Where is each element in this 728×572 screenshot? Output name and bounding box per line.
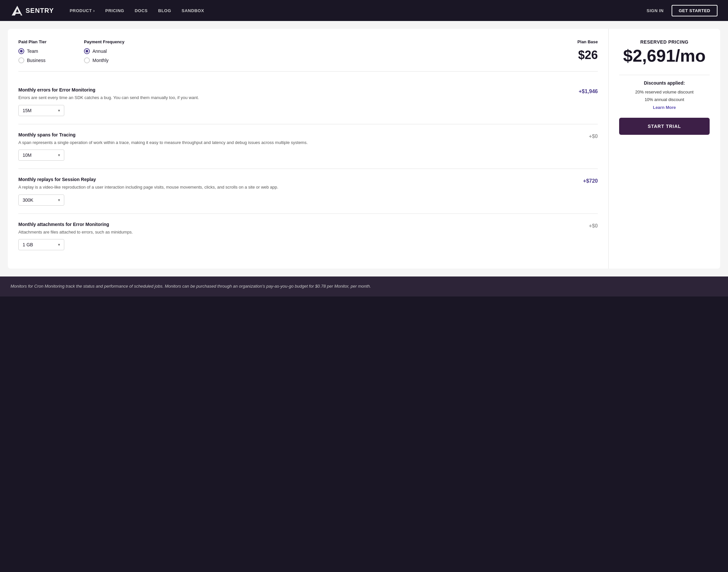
logo[interactable]: SENTRY (10, 5, 54, 16)
main-content: Paid Plan Tier Team Business P (0, 21, 728, 277)
plan-tier-business-radio[interactable] (18, 57, 24, 63)
payment-annual-radio[interactable] (84, 48, 90, 54)
plan-tier-header: Paid Plan Tier (18, 40, 84, 44)
feature-title-0: Monthly errors for Error Monitoring (18, 87, 564, 92)
feature-row-1: Monthly spans for Tracing A span represe… (18, 124, 598, 169)
feature-select-value-2: 300K (23, 198, 33, 203)
plan-tier-team-radio[interactable] (18, 48, 24, 54)
select-arrow-2: ▾ (58, 198, 60, 202)
footer-text: Monitors for Cron Monitoring track the s… (10, 283, 718, 290)
chevron-icon: › (93, 8, 95, 13)
navigation: SENTRY PRODUCT › PRICING DOCS BLOG SANDB… (0, 0, 728, 21)
payment-monthly-option[interactable]: Monthly (84, 57, 156, 63)
feature-desc-3: Attachments are files attached to errors… (18, 229, 564, 235)
right-panel: RESERVED PRICING $2,691/mo Discounts app… (609, 29, 720, 269)
plan-tier-team-label: Team (27, 49, 38, 54)
learn-more-link[interactable]: Learn More (653, 105, 676, 110)
nav-product[interactable]: PRODUCT › (70, 8, 95, 13)
divider-1 (18, 71, 598, 72)
plan-tier-team-option[interactable]: Team (18, 48, 84, 54)
nav-links: PRODUCT › PRICING DOCS BLOG SANDBOX (70, 8, 646, 13)
nav-pricing[interactable]: PRICING (105, 8, 124, 13)
reserved-pricing-title: RESERVED PRICING (641, 40, 688, 45)
feature-price-0: +$1,946 (572, 87, 598, 94)
plan-base-price: $26 (156, 48, 598, 62)
select-arrow-3: ▾ (58, 242, 60, 247)
feature-select-value-0: 15M (23, 108, 31, 113)
feature-info-0: Monthly errors for Error Monitoring Erro… (18, 87, 572, 116)
feature-info-2: Monthly replays for Session Replay A rep… (18, 177, 572, 206)
feature-title-1: Monthly spans for Tracing (18, 132, 564, 137)
footer: Monitors for Cron Monitoring track the s… (0, 277, 728, 296)
plan-tier-radio-group: Team Business (18, 48, 84, 63)
feature-select-3[interactable]: 1 GB ▾ (18, 239, 64, 250)
plan-base-header: Plan Base (156, 40, 598, 44)
discount-1: 20% reserved volume discount (635, 88, 694, 96)
feature-desc-1: A span represents a single operation of … (18, 139, 564, 146)
start-trial-button[interactable]: START TRIAL (619, 118, 710, 135)
payment-frequency-header: Payment Frequency (84, 40, 156, 44)
logo-text: SENTRY (25, 7, 54, 14)
plan-tier-business-option[interactable]: Business (18, 57, 84, 63)
feature-select-2[interactable]: 300K ▾ (18, 195, 64, 206)
feature-title-2: Monthly replays for Session Replay (18, 177, 564, 182)
plan-base-column: Plan Base $26 (156, 40, 598, 62)
discounts-title: Discounts applied: (644, 80, 685, 86)
feature-desc-2: A replay is a video-like reproduction of… (18, 184, 564, 191)
discount-2: 10% annual discount (645, 96, 684, 103)
feature-desc-0: Errors are sent every time an SDK catche… (18, 94, 564, 101)
payment-frequency-column: Payment Frequency Annual Monthly (84, 40, 156, 63)
feature-select-value-3: 1 GB (23, 242, 33, 247)
feature-row-0: Monthly errors for Error Monitoring Erro… (18, 79, 598, 124)
nav-sandbox[interactable]: SANDBOX (182, 8, 204, 13)
feature-select-1[interactable]: 10M ▾ (18, 150, 64, 161)
features-container: Monthly errors for Error Monitoring Erro… (18, 79, 598, 258)
left-panel: Paid Plan Tier Team Business P (8, 29, 609, 269)
payment-annual-option[interactable]: Annual (84, 48, 156, 54)
payment-annual-label: Annual (92, 49, 107, 54)
pricing-card: Paid Plan Tier Team Business P (8, 29, 720, 269)
sign-in-link[interactable]: SIGN IN (647, 8, 664, 13)
nav-docs[interactable]: DOCS (135, 8, 148, 13)
feature-row-2: Monthly replays for Session Replay A rep… (18, 169, 598, 214)
nav-actions: SIGN IN GET STARTED (647, 5, 718, 16)
plan-tier-column: Paid Plan Tier Team Business (18, 40, 84, 63)
feature-row-3: Monthly attachments for Error Monitoring… (18, 214, 598, 259)
get-started-button[interactable]: GET STARTED (672, 5, 718, 16)
feature-info-3: Monthly attachments for Error Monitoring… (18, 222, 572, 251)
feature-price-1: +$0 (572, 132, 598, 139)
feature-select-0[interactable]: 15M ▾ (18, 105, 64, 116)
feature-select-value-1: 10M (23, 152, 31, 158)
feature-title-3: Monthly attachments for Error Monitoring (18, 222, 564, 227)
feature-info-1: Monthly spans for Tracing A span represe… (18, 132, 572, 161)
feature-price-2: +$720 (572, 177, 598, 184)
feature-price-3: +$0 (572, 222, 598, 229)
plan-selection-grid: Paid Plan Tier Team Business P (18, 40, 598, 63)
payment-monthly-label: Monthly (92, 58, 108, 63)
reserved-pricing-price: $2,691/mo (623, 47, 706, 64)
divider-right (619, 75, 710, 75)
select-arrow-1: ▾ (58, 153, 60, 157)
payment-monthly-radio[interactable] (84, 57, 90, 63)
payment-frequency-radio-group: Annual Monthly (84, 48, 156, 63)
plan-tier-business-label: Business (27, 58, 46, 63)
nav-blog[interactable]: BLOG (158, 8, 171, 13)
sentry-logo-icon (10, 5, 22, 16)
select-arrow-0: ▾ (58, 108, 60, 113)
